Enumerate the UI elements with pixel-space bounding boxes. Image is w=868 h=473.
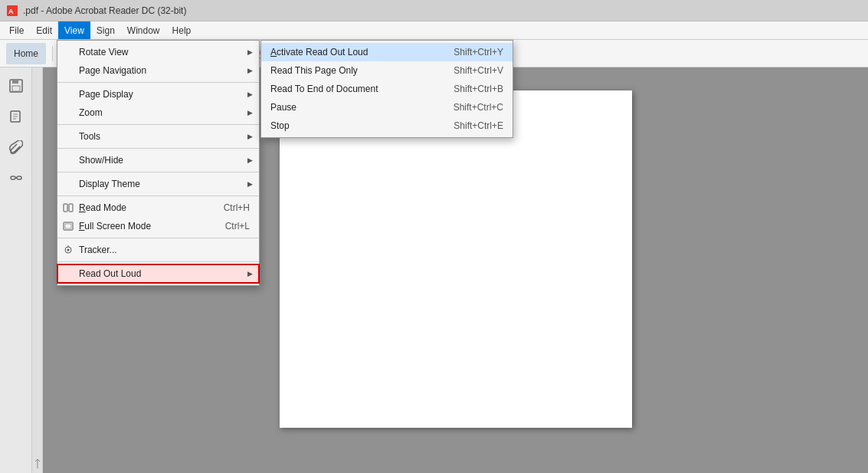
svg-rect-32 xyxy=(69,204,73,212)
svg-rect-34 xyxy=(65,224,71,228)
sidebar-link-btn[interactable] xyxy=(4,166,28,190)
submenu-activate[interactable]: Activate Read Out Loud Shift+Ctrl+Y xyxy=(261,43,513,61)
sep-5 xyxy=(57,195,259,196)
svg-text:A: A xyxy=(8,8,14,15)
read-mode-icon xyxy=(62,202,74,214)
app-icon: A xyxy=(6,5,18,17)
tracker-icon xyxy=(62,244,74,256)
menu-tracker[interactable]: Tracker... xyxy=(57,241,259,259)
sidebar-pages-btn[interactable] xyxy=(4,104,28,129)
svg-rect-31 xyxy=(64,204,67,212)
home-button[interactable]: Home xyxy=(6,43,46,64)
svg-rect-29 xyxy=(17,176,21,179)
menu-show-hide[interactable]: Show/Hide xyxy=(57,151,259,169)
sep-1 xyxy=(57,82,259,83)
svg-rect-23 xyxy=(12,86,20,91)
menu-read-out-loud[interactable]: Read Out Loud xyxy=(57,264,259,283)
menu-page-navigation[interactable]: Page Navigation xyxy=(57,61,259,80)
menu-file[interactable]: File xyxy=(3,21,30,39)
menu-help[interactable]: Help xyxy=(166,21,198,39)
svg-rect-28 xyxy=(11,176,15,179)
menu-zoom[interactable]: Zoom xyxy=(57,103,259,122)
left-sidebar xyxy=(0,67,32,473)
menu-tools[interactable]: Tools xyxy=(57,127,259,146)
menu-sign[interactable]: Sign xyxy=(90,21,121,39)
sep-4 xyxy=(57,172,259,172)
scroll-left-indicator[interactable] xyxy=(32,67,43,473)
sidebar-save-btn[interactable] xyxy=(4,74,28,98)
menu-edit[interactable]: Edit xyxy=(30,21,58,39)
submenu-pause[interactable]: Pause Shift+Ctrl+C xyxy=(261,98,513,117)
window-title: .pdf - Adobe Acrobat Reader DC (32-bit) xyxy=(23,5,186,16)
sep-7 xyxy=(57,261,259,262)
menu-view[interactable]: View xyxy=(58,21,90,39)
menu-display-theme[interactable]: Display Theme xyxy=(57,175,259,193)
view-menu: Rotate View Page Navigation Page Display… xyxy=(57,40,260,286)
submenu-read-end[interactable]: Read To End of Document Shift+Ctrl+B xyxy=(261,80,513,98)
sep-3 xyxy=(57,148,259,149)
sep-2 xyxy=(57,124,259,125)
menu-bar: File Edit View Sign Window Help xyxy=(0,21,868,40)
pdf-page xyxy=(280,90,632,428)
sidebar-attach-btn[interactable] xyxy=(4,135,28,159)
title-bar: A .pdf - Adobe Acrobat Reader DC (32-bit… xyxy=(0,0,868,21)
menu-window[interactable]: Window xyxy=(121,21,166,39)
read-out-loud-submenu: Activate Read Out Loud Shift+Ctrl+Y Read… xyxy=(260,40,513,138)
svg-rect-22 xyxy=(12,80,18,84)
full-screen-icon xyxy=(62,220,74,232)
sep-6 xyxy=(57,238,259,238)
menu-full-screen[interactable]: Full Screen Mode Ctrl+L xyxy=(57,217,259,235)
svg-point-36 xyxy=(67,249,70,251)
menu-rotate-view[interactable]: Rotate View xyxy=(57,43,259,61)
menu-read-mode[interactable]: Read Mode Ctrl+H xyxy=(57,199,259,217)
menu-page-display[interactable]: Page Display xyxy=(57,85,259,103)
submenu-read-page[interactable]: Read This Page Only Shift+Ctrl+V xyxy=(261,61,513,80)
submenu-stop[interactable]: Stop Shift+Ctrl+E xyxy=(261,117,513,135)
toolbar-sep-1 xyxy=(52,46,53,61)
